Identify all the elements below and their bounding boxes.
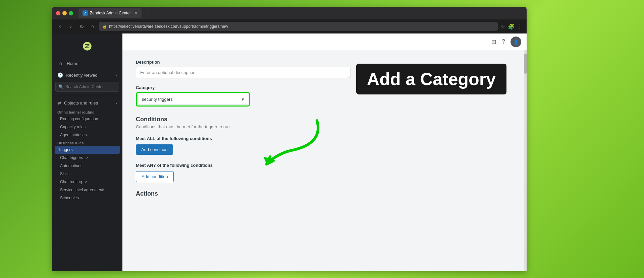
address-bar[interactable]: 🔒 https://selectivehardware.zendesk.com/… [99,22,498,31]
external-link-icon: ↗ [85,156,88,160]
omnichannel-routing-section: Omnichannel routing Routing configuratio… [52,108,122,139]
browser-tab[interactable]: Z Zendesk Admin Center ✕ [78,8,142,18]
grid-icon[interactable]: ⊞ [491,38,496,46]
close-button[interactable] [56,11,60,15]
reload-button[interactable]: ↻ [77,23,86,30]
minimize-button[interactable] [62,11,67,15]
recently-viewed-label: Recently viewed [66,73,113,78]
menu-icon[interactable]: ⋮ [517,23,523,30]
description-label: Description [136,60,361,65]
description-input[interactable] [136,67,351,78]
business-rules-section: Business rules Triggers Chat triggers ↗ … [52,139,122,202]
actions-title: Actions [136,190,361,197]
add-condition-any-button[interactable]: Add condition [136,171,174,182]
help-icon[interactable]: ? [502,38,505,45]
chevron-down-icon: ▾ [115,73,117,77]
sidebar-item-skills[interactable]: Skills [52,170,122,178]
sidebar-divider [52,96,122,96]
toolbar-actions: ☆ 🧩 ⋮ [500,23,523,30]
sidebar-item-capacity-rules[interactable]: Capacity rules [52,123,122,131]
actions-section: Actions [136,190,361,197]
sidebar-item-triggers[interactable]: Triggers [55,146,120,154]
clock-icon: 🕐 [57,72,63,78]
browser-titlebar: Z Zendesk Admin Center ✕ + [52,7,527,19]
objects-rules-label: Objects and rules [64,100,113,106]
scrollbar-thumb [524,54,527,74]
add-condition-all-button[interactable]: Add condition [136,144,173,155]
sidebar-item-agent-statuses[interactable]: Agent statuses [52,131,122,139]
sidebar-item-routing-configuration[interactable]: Routing configuration [52,115,122,123]
meet-all-section: Meet ALL of the following conditions Add… [136,136,361,155]
avatar[interactable]: 👤 [511,37,521,47]
back-button[interactable]: ‹ [56,23,64,29]
conditions-desc: Conditions that must be met for the trig… [136,124,361,129]
category-field-group: Category security triggers ▼ [136,85,361,107]
category-label: Category [136,85,361,90]
home-label: Home [67,61,78,66]
forward-button[interactable]: › [67,23,75,29]
meet-all-label: Meet ALL of the following conditions [136,136,361,141]
conditions-section: Conditions Conditions that must be met f… [136,116,361,182]
sidebar: ⌂ Home 🕐 Recently viewed ▾ 🔍 Search Admi… [52,33,122,271]
new-tab-button[interactable]: + [146,10,149,16]
search-icon: 🔍 [58,84,63,89]
annotation-text: Add a Category [367,69,496,89]
meet-any-section: Meet ANY of the following conditions Add… [136,163,361,182]
sidebar-item-objects-rules[interactable]: ⇄ Objects and rules ▴ [52,97,122,108]
right-panel: ⊞ ? 👤 Description ⤡ [122,33,527,271]
traffic-lights [56,11,73,15]
resize-handle-icon: ⤡ [347,75,351,78]
business-rules-header: Business rules [52,139,122,146]
scrollbar[interactable] [524,50,527,271]
conditions-title: Conditions [136,116,361,123]
search-placeholder: Search Admin Center [65,84,104,89]
chevron-up-icon: ▴ [115,101,117,105]
description-input-wrapper: ⤡ [136,67,351,78]
sidebar-item-schedules[interactable]: Schedules [52,194,122,202]
tab-favicon: Z [83,10,88,16]
category-select[interactable]: security triggers [138,94,248,105]
description-field-group: Description ⤡ [136,60,361,78]
sidebar-item-chat-triggers[interactable]: Chat triggers ↗ [52,154,122,162]
sidebar-item-automations[interactable]: Automations [52,162,122,170]
annotation-box: Add a Category [356,64,506,94]
bookmark-icon[interactable]: ☆ [500,23,505,30]
sidebar-logo [52,38,122,57]
sidebar-item-home[interactable]: ⌂ Home [52,57,122,70]
tab-title: Zendesk Admin Center [90,11,131,15]
fullscreen-button[interactable] [69,11,73,15]
omnichannel-routing-header: Omnichannel routing [52,108,122,115]
lock-icon: 🔒 [102,24,107,29]
home-button[interactable]: ⌂ [88,23,96,29]
sidebar-item-recently-viewed[interactable]: 🕐 Recently viewed ▾ [52,70,122,80]
content-scroll: Description ⤡ Category security triggers [122,50,527,271]
url-text: https://selectivehardware.zendesk.com/su… [109,24,228,29]
green-arrow [257,117,324,179]
extensions-icon[interactable]: 🧩 [508,23,515,30]
sidebar-item-sla[interactable]: Service level agreements [52,186,122,194]
content-inner: Description ⤡ Category security triggers [122,50,374,208]
browser-window: Z Zendesk Admin Center ✕ + ‹ › ↻ ⌂ 🔒 htt… [52,7,527,271]
search-admin-center[interactable]: 🔍 Search Admin Center [55,82,119,92]
objects-icon: ⇄ [57,100,61,106]
right-top-bar: ⊞ ? 👤 [122,33,527,50]
meet-any-label: Meet ANY of the following conditions [136,163,361,168]
sidebar-item-chat-routing[interactable]: Chat routing ↗ [52,178,122,186]
tab-close-icon[interactable]: ✕ [134,11,138,15]
category-dropdown-wrapper: security triggers ▼ [136,92,250,107]
browser-toolbar: ‹ › ↻ ⌂ 🔒 https://selectivehardware.zend… [52,19,527,33]
app-wrapper: ⌂ Home 🕐 Recently viewed ▾ 🔍 Search Admi… [52,33,527,271]
external-link-icon-2: ↗ [84,180,87,184]
home-icon: ⌂ [57,60,63,66]
